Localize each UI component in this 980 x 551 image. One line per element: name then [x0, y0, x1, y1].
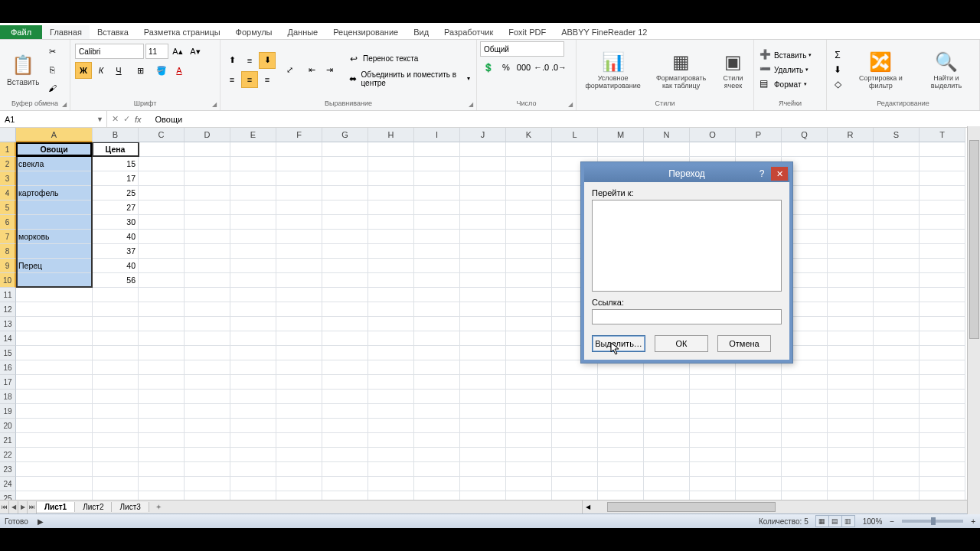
ok-button[interactable]: ОК: [655, 335, 708, 352]
cell-S3[interactable]: [874, 171, 920, 186]
cell-B19[interactable]: [93, 404, 139, 419]
format-as-table-button[interactable]: ▦ Форматировать как таблицу: [647, 48, 715, 92]
sort-filter-button[interactable]: 🔀 Сортировка и фильтр: [846, 48, 916, 92]
cell-F16[interactable]: [276, 360, 322, 375]
cell-D24[interactable]: [185, 477, 230, 491]
cell-I8[interactable]: [414, 244, 460, 259]
tab-abbyy-finereader-12[interactable]: ABBYY FineReader 12: [554, 25, 655, 39]
cell-E18[interactable]: [230, 390, 276, 404]
cell-C24[interactable]: [139, 477, 185, 491]
cell-J3[interactable]: [460, 171, 506, 186]
underline-button[interactable]: Ч: [110, 62, 127, 79]
cell-R25[interactable]: [828, 491, 874, 500]
cell-T12[interactable]: [920, 302, 965, 317]
cell-H2[interactable]: [368, 157, 414, 171]
copy-button[interactable]: ⎘: [44, 61, 60, 78]
cell-K15[interactable]: [506, 346, 552, 360]
find-select-button[interactable]: 🔍 Найти и выделить: [916, 48, 976, 92]
cell-T7[interactable]: [920, 230, 965, 244]
tab-вставка[interactable]: Вставка: [90, 25, 136, 39]
select-all-corner[interactable]: [0, 128, 16, 142]
cell-C21[interactable]: [139, 433, 185, 448]
cell-K21[interactable]: [506, 433, 552, 448]
cell-C2[interactable]: [139, 157, 185, 171]
cell-G20[interactable]: [322, 419, 368, 433]
cell-B25[interactable]: [93, 491, 139, 500]
new-sheet-button[interactable]: ✦: [149, 503, 168, 511]
cell-G24[interactable]: [322, 477, 368, 491]
cell-I18[interactable]: [414, 390, 460, 404]
cell-D25[interactable]: [185, 491, 230, 500]
cell-A22[interactable]: [16, 448, 93, 462]
row-header-24[interactable]: 24: [0, 477, 16, 491]
percent-button[interactable]: %: [498, 59, 514, 76]
cell-H6[interactable]: [368, 215, 414, 230]
cell-G1[interactable]: [322, 142, 368, 157]
row-header-23[interactable]: 23: [0, 462, 16, 477]
cell-E2[interactable]: [230, 157, 276, 171]
cell-I15[interactable]: [414, 346, 460, 360]
cell-F19[interactable]: [276, 404, 322, 419]
cell-A24[interactable]: [16, 477, 93, 491]
cell-S4[interactable]: [874, 186, 920, 201]
cell-D7[interactable]: [185, 230, 230, 244]
column-header-L[interactable]: L: [552, 128, 598, 142]
cell-C14[interactable]: [139, 331, 185, 346]
increase-decimal-button[interactable]: ←.0: [533, 59, 550, 76]
cell-R8[interactable]: [828, 244, 874, 259]
cell-N20[interactable]: [644, 419, 690, 433]
cell-D23[interactable]: [185, 462, 230, 477]
cell-K1[interactable]: [506, 142, 552, 157]
cell-A14[interactable]: [16, 331, 93, 346]
decrease-decimal-button[interactable]: .0→: [550, 59, 567, 76]
cell-G7[interactable]: [322, 230, 368, 244]
cell-C5[interactable]: [139, 201, 185, 215]
cell-G22[interactable]: [322, 448, 368, 462]
borders-button[interactable]: ⊞: [132, 62, 149, 79]
cell-D6[interactable]: [185, 215, 230, 230]
fill-button[interactable]: ⬇: [830, 63, 845, 77]
cell-D22[interactable]: [185, 448, 230, 462]
cell-G12[interactable]: [322, 302, 368, 317]
cell-K9[interactable]: [506, 259, 552, 273]
cell-N21[interactable]: [644, 433, 690, 448]
cell-F11[interactable]: [276, 288, 322, 302]
cell-I3[interactable]: [414, 171, 460, 186]
row-header-25[interactable]: 25: [0, 491, 16, 500]
cell-J21[interactable]: [460, 433, 506, 448]
cell-G3[interactable]: [322, 171, 368, 186]
cut-button[interactable]: ✂: [44, 43, 60, 60]
font-size-select[interactable]: [145, 44, 168, 59]
cell-M1[interactable]: [598, 142, 644, 157]
cell-B8[interactable]: 37: [93, 244, 139, 259]
cell-T3[interactable]: [920, 171, 965, 186]
row-header-4[interactable]: 4: [0, 186, 16, 201]
cell-A19[interactable]: [16, 404, 93, 419]
cell-O1[interactable]: [690, 142, 736, 157]
cell-F12[interactable]: [276, 302, 322, 317]
column-header-H[interactable]: H: [368, 128, 414, 142]
cell-F7[interactable]: [276, 230, 322, 244]
cell-P19[interactable]: [736, 404, 782, 419]
cell-J14[interactable]: [460, 331, 506, 346]
cell-E11[interactable]: [230, 288, 276, 302]
cell-N22[interactable]: [644, 448, 690, 462]
cell-K19[interactable]: [506, 404, 552, 419]
font-name-select[interactable]: [75, 44, 144, 59]
cell-R6[interactable]: [828, 215, 874, 230]
align-left-button[interactable]: ≡: [224, 71, 240, 88]
fill-color-button[interactable]: 🪣: [153, 62, 170, 79]
cell-H18[interactable]: [368, 390, 414, 404]
cell-M25[interactable]: [598, 491, 644, 500]
cell-N25[interactable]: [644, 491, 690, 500]
cell-R15[interactable]: [828, 346, 874, 360]
cell-D12[interactable]: [185, 302, 230, 317]
cell-O19[interactable]: [690, 404, 736, 419]
insert-cells-button[interactable]: ➕Вставить▾: [757, 48, 814, 62]
cell-K12[interactable]: [506, 302, 552, 317]
cell-P20[interactable]: [736, 419, 782, 433]
cell-H9[interactable]: [368, 259, 414, 273]
cell-P1[interactable]: [736, 142, 782, 157]
cell-A6[interactable]: [16, 215, 93, 230]
cell-O18[interactable]: [690, 390, 736, 404]
